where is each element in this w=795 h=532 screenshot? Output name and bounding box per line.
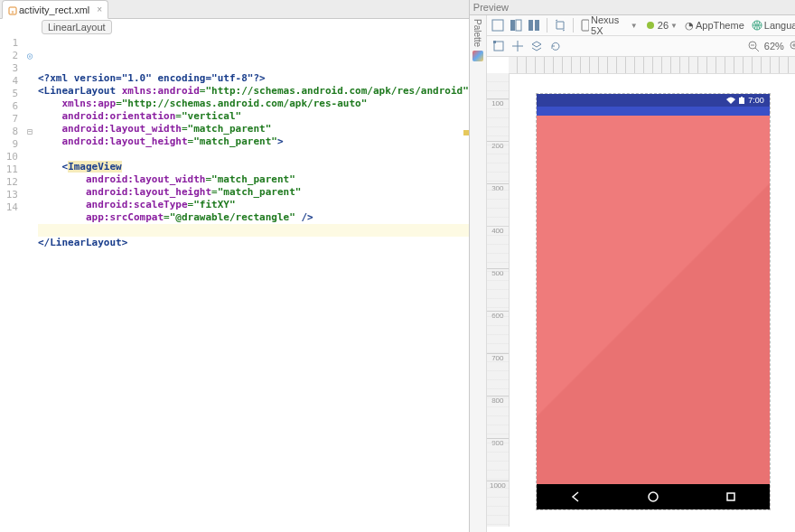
code-area[interactable]: 1234567891011121314 ◎⊟ <?xml version="1.…: [0, 35, 469, 532]
theme-selector[interactable]: ◔ AppTheme: [683, 20, 746, 32]
breadcrumb-root[interactable]: LinearLayout: [42, 20, 112, 34]
preview-toolbar-1: Nexus 5X ▼ 26 ▼ ◔ AppTheme Language: [487, 15, 795, 36]
blueprint-view-icon[interactable]: [509, 17, 523, 33]
svg-rect-5: [528, 20, 533, 31]
svg-rect-7: [582, 20, 589, 31]
design-view-icon[interactable]: [491, 17, 505, 33]
svg-rect-3: [510, 20, 515, 31]
zoom-out-icon[interactable]: [745, 38, 762, 54]
svg-text:x: x: [12, 9, 14, 14]
svg-rect-13: [493, 41, 496, 43]
svg-point-26: [649, 492, 658, 501]
imageview-content[interactable]: [537, 116, 770, 484]
device-selector-label: Nexus 5X: [591, 14, 629, 36]
svg-rect-6: [535, 20, 539, 31]
editor-pane: x activity_rect.xml × LinearLayout 12345…: [0, 0, 470, 532]
svg-rect-4: [516, 20, 521, 31]
select-icon[interactable]: [491, 38, 507, 54]
palette-gutter[interactable]: Palette: [470, 15, 487, 532]
device-frame[interactable]: 7:00: [537, 94, 770, 509]
code-text[interactable]: <?xml version="1.0" encoding="utf-8"?><L…: [38, 35, 469, 532]
wifi-icon: [726, 97, 735, 104]
palette-icon: [472, 51, 483, 61]
nav-bar: [537, 484, 770, 509]
preview-panel-title: Preview: [470, 0, 795, 15]
device-selector[interactable]: Nexus 5X ▼: [579, 14, 640, 36]
xml-file-icon: x: [8, 6, 15, 14]
ruler-horizontal: [509, 57, 795, 74]
orientation-icon[interactable]: [553, 17, 567, 33]
nav-recent-icon[interactable]: [725, 490, 737, 503]
breadcrumb: LinearLayout: [0, 19, 469, 35]
nav-home-icon[interactable]: [647, 490, 659, 503]
locale-selector[interactable]: Language ▼: [750, 20, 795, 31]
status-bar: 7:00: [537, 94, 770, 107]
preview-pane: Preview Palette Nexus 5X: [470, 0, 795, 532]
svg-rect-25: [741, 97, 743, 98]
status-time: 7:00: [748, 96, 764, 105]
layout-bounds[interactable]: 7:00: [536, 93, 771, 510]
warning-stripe[interactable]: [463, 130, 469, 135]
theme-label: AppTheme: [696, 20, 744, 31]
gutter-markers: ◎⊟: [22, 35, 38, 532]
preview-canvas[interactable]: 1002003004005006007008009001000 7:00: [487, 57, 795, 532]
svg-rect-27: [727, 493, 734, 500]
svg-point-8: [647, 22, 654, 29]
chevron-down-icon: ▼: [670, 22, 678, 30]
editor-tabbar: x activity_rect.xml ×: [0, 0, 469, 19]
zoom-label[interactable]: 62%: [764, 41, 784, 51]
android-icon: [645, 20, 656, 31]
editor-tab-active[interactable]: x activity_rect.xml ×: [2, 0, 108, 19]
zoom-in-icon[interactable]: [787, 38, 795, 54]
app-bar: [537, 107, 770, 116]
svg-line-15: [755, 48, 759, 51]
refresh-icon[interactable]: [547, 38, 564, 54]
api-label: 26: [658, 20, 669, 31]
preview-toolbar-2: 62%: [487, 36, 795, 57]
svg-rect-24: [739, 98, 744, 104]
globe-icon: [752, 20, 762, 31]
chevron-down-icon: ▼: [631, 22, 638, 30]
line-number-gutter: 1234567891011121314: [0, 35, 22, 532]
editor-tab-label: activity_rect.xml: [19, 5, 89, 15]
nav-back-icon[interactable]: [569, 490, 582, 503]
locale-label: Language: [764, 20, 795, 31]
palette-label[interactable]: Palette: [472, 19, 482, 47]
ruler-vertical: 1002003004005006007008009001000: [487, 73, 510, 527]
svg-rect-2: [492, 20, 503, 31]
pan-icon[interactable]: [510, 38, 526, 54]
phone-icon: [581, 19, 589, 32]
battery-icon: [739, 97, 744, 104]
layers-icon[interactable]: [528, 38, 545, 54]
close-icon[interactable]: ×: [97, 5, 102, 14]
both-view-icon[interactable]: [527, 17, 541, 33]
theme-icon: ◔: [685, 20, 694, 32]
api-selector[interactable]: 26 ▼: [643, 20, 679, 31]
